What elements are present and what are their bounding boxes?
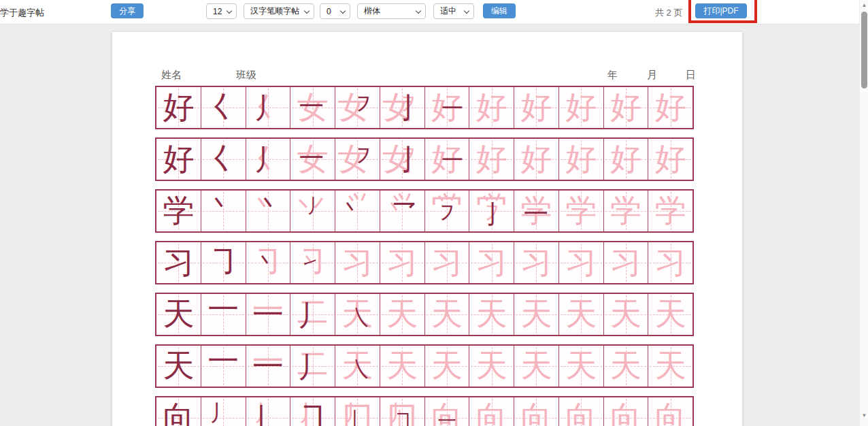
year-label: 年 (607, 69, 618, 82)
stroke-glyph-dark: 一 (437, 412, 456, 426)
grid-cell: 天 (425, 294, 470, 335)
grid-cell: 丿冂丨㇕ (380, 397, 425, 426)
day-label: 日 (686, 69, 696, 82)
grid-cell: 好 (648, 87, 692, 128)
grid-cell: 好一 (425, 87, 470, 128)
grid-cell: 好 (648, 139, 692, 180)
grid-cell: 女一 (290, 87, 335, 128)
grid-cell: 好 (559, 87, 604, 128)
trace-glyph-pink: 好 (655, 92, 686, 123)
grid-cell: 学 (156, 191, 201, 231)
grid-cell: 天 (648, 346, 692, 387)
grid-cell: 好 (559, 139, 604, 180)
stroke-glyph-dark: ㇇ (352, 144, 374, 166)
grid-cell: 女一 (290, 139, 335, 180)
stroke-glyph-dark: ㇇ (436, 203, 458, 225)
trace-glyph-pink: 习 (610, 247, 641, 278)
trace-glyph-pink: 好 (610, 92, 641, 123)
grid-cell: 好 (469, 87, 514, 128)
stroke-glyph-dark: 一 (252, 299, 284, 331)
grid-cell: 天㇏ (335, 294, 380, 335)
grid-cell: ㇆ (201, 242, 246, 283)
stroke-glyph-dark: ㇆ (299, 403, 330, 426)
practice-grid: 好㇛㇛丿女一女㇇女㇇亅好一好好好好好好㇛㇛丿女一女㇇女㇇亅好一好好好好好学丶丶丶… (155, 86, 694, 426)
grid-cell: 丿丨㇆ (290, 397, 335, 426)
scroll-up-icon[interactable]: ▲ (860, 2, 868, 8)
class-label: 班级 (236, 69, 256, 82)
trace-glyph-pink: 天 (386, 350, 418, 382)
grid-cell: 女㇇亅 (380, 139, 425, 180)
trace-glyph-pink: 天 (431, 299, 463, 330)
stroke-glyph-dark: 丿 (297, 354, 325, 382)
scroll-down-icon[interactable]: ▼ (860, 412, 868, 419)
practice-row: 好㇛㇛丿女一女㇇女㇇亅好一好好好好好 (155, 86, 694, 129)
grid-cell: ㇛ (201, 139, 246, 180)
grid-cell: 女㇇ (335, 87, 380, 128)
grid-cell: 向 (648, 397, 692, 426)
stroke-glyph-dark: 亅 (394, 94, 422, 122)
chevron-down-icon (416, 8, 421, 14)
stroke-glyph-dark: 一 (299, 95, 324, 120)
grid-cell: 天 (156, 346, 201, 387)
grid-cell: 向 (469, 397, 514, 426)
trace-glyph-pink: 天 (520, 299, 552, 330)
grid-cell: ⺍丶 (335, 191, 380, 231)
template-value: 汉字笔顺字帖 (250, 5, 299, 17)
trace-glyph-pink: 天 (655, 350, 686, 382)
grid-cell: 向 (514, 397, 559, 426)
stroke-glyph-dark: 亅 (480, 202, 505, 227)
grid-cell: 丶 (201, 191, 246, 231)
grid-cell: 天 (559, 346, 604, 387)
trace-glyph-pink: 习 (341, 247, 373, 278)
grid-cell: 好 (156, 139, 201, 180)
scrollbar-thumb[interactable] (861, 12, 867, 88)
stroke-glyph-dark: ㇆ (208, 246, 239, 278)
practice-row: 学丶丶丶丷丿⺍丶⺍丶㇖⺍冖㇇⺍冖㇇亅学一学学学 (155, 189, 694, 233)
trace-glyph-pink: 向 (476, 402, 507, 426)
grid-cell: 好 (514, 139, 559, 180)
grid-cell: 天 (604, 294, 649, 335)
toolbar: 分享 学于趣字帖 12 汉字笔顺字帖 0 楷体 适中 编辑 共 2 页 打印|P… (0, 0, 868, 24)
stroke-glyph-dark: 丨 (248, 405, 276, 426)
trace-glyph-pink: 习 (655, 247, 686, 278)
print-pdf-button[interactable]: 打印|PDF (695, 3, 747, 18)
grid-cell: 好 (604, 139, 649, 180)
font-size-select[interactable]: 12 (206, 3, 237, 19)
font-select[interactable]: 楷体 (357, 3, 426, 19)
trace-glyph-pink: 向 (565, 402, 597, 426)
offset-select[interactable]: 0 (320, 3, 350, 19)
stroke-glyph-dark: 习 (163, 247, 194, 278)
trace-glyph-pink: 习 (476, 247, 507, 278)
grid-cell: 天 (648, 294, 692, 335)
trace-glyph-pink: 天 (610, 350, 641, 382)
trace-glyph-pink: 习 (520, 247, 552, 278)
grid-cell: 好 (156, 87, 201, 128)
grid-cell: 习 (559, 242, 604, 283)
trace-glyph-pink: 好 (565, 92, 597, 123)
grid-cell: 好 (604, 87, 649, 128)
font-size-value: 12 (213, 7, 222, 16)
share-button[interactable]: 分享 (111, 3, 144, 18)
stroke-glyph-dark: 丿 (209, 402, 231, 424)
grid-cell: 习 (514, 242, 559, 283)
chevron-down-icon (304, 8, 310, 14)
edit-button[interactable]: 编辑 (483, 3, 516, 18)
grid-cell: 丿丨 (246, 397, 291, 426)
grid-cell: 天 (469, 294, 514, 335)
stroke-glyph-dark: 一 (524, 201, 549, 227)
grid-cell: 天 (604, 346, 649, 387)
grid-cell: 女㇇ (335, 139, 380, 180)
trace-glyph-pink: 向 (610, 402, 641, 426)
trace-glyph-pink: 好 (565, 144, 597, 175)
grid-cell: 丿冂丨 (335, 397, 380, 426)
grid-cell: 天 (380, 294, 425, 335)
chevron-down-icon (464, 8, 469, 14)
trace-glyph-pink: 好 (520, 144, 552, 175)
trace-glyph-pink: 好 (476, 92, 507, 123)
stroke-glyph-dark: 好 (163, 144, 194, 175)
grid-cell: 习 (425, 242, 470, 283)
density-select[interactable]: 适中 (433, 3, 474, 19)
trace-glyph-pink: 向 (520, 402, 552, 426)
template-select[interactable]: 汉字笔顺字帖 (244, 3, 314, 19)
stroke-glyph-dark: ㇛ (206, 144, 237, 175)
